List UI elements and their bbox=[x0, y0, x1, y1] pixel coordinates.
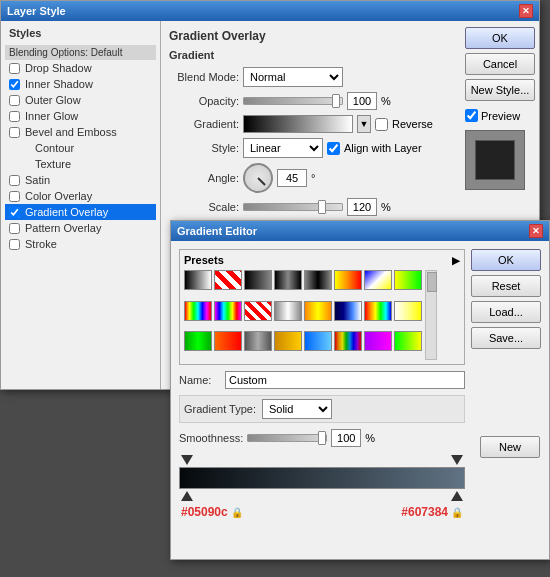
name-label: Name: bbox=[179, 374, 219, 386]
style-select[interactable]: Linear bbox=[243, 138, 323, 158]
texture-label: Texture bbox=[35, 158, 71, 170]
color-label-left: #05090c 🔒 bbox=[181, 505, 243, 519]
preset-19[interactable] bbox=[244, 331, 272, 351]
close-button[interactable]: ✕ bbox=[519, 4, 533, 18]
preset-18[interactable] bbox=[214, 331, 242, 351]
sidebar-item-drop-shadow[interactable]: Drop Shadow bbox=[5, 60, 156, 76]
ge-save-button[interactable]: Save... bbox=[471, 327, 541, 349]
color-stop-right[interactable] bbox=[451, 491, 463, 501]
preset-8[interactable] bbox=[394, 270, 422, 290]
preset-23[interactable] bbox=[364, 331, 392, 351]
angle-label: Angle: bbox=[169, 172, 239, 184]
gradient-editor-close[interactable]: ✕ bbox=[529, 224, 543, 238]
presets-scrollbar[interactable] bbox=[425, 270, 437, 360]
ge-new-button[interactable]: New bbox=[480, 436, 540, 458]
sidebar-item-outer-glow[interactable]: Outer Glow bbox=[5, 92, 156, 108]
angle-dial[interactable] bbox=[243, 163, 273, 193]
sidebar-item-blending-options[interactable]: Blending Options: Default bbox=[5, 45, 156, 60]
reverse-checkbox[interactable] bbox=[375, 118, 388, 131]
sidebar-item-contour[interactable]: Contour bbox=[5, 140, 156, 156]
preset-7[interactable] bbox=[364, 270, 392, 290]
bevel-emboss-label: Bevel and Emboss bbox=[25, 126, 117, 138]
opacity-slider[interactable] bbox=[243, 97, 343, 105]
satin-checkbox[interactable] bbox=[9, 175, 20, 186]
inner-glow-checkbox[interactable] bbox=[9, 111, 20, 122]
sidebar-item-bevel-emboss[interactable]: Bevel and Emboss bbox=[5, 124, 156, 140]
preset-21[interactable] bbox=[304, 331, 332, 351]
preset-4[interactable] bbox=[274, 270, 302, 290]
presets-arrow-icon[interactable]: ▶ bbox=[452, 255, 460, 266]
gradient-overlay-checkbox[interactable] bbox=[9, 207, 20, 218]
stroke-checkbox[interactable] bbox=[9, 239, 20, 250]
preset-11[interactable] bbox=[244, 301, 272, 321]
sidebar-item-inner-shadow[interactable]: Inner Shadow bbox=[5, 76, 156, 92]
name-input[interactable] bbox=[225, 371, 465, 389]
new-button-area: New bbox=[480, 436, 540, 458]
inner-shadow-checkbox[interactable] bbox=[9, 79, 20, 90]
gradient-dropdown-btn[interactable]: ▼ bbox=[357, 115, 371, 133]
panel-title: Gradient Overlay bbox=[169, 29, 451, 43]
smoothness-slider[interactable] bbox=[247, 434, 327, 442]
preset-12[interactable] bbox=[274, 301, 302, 321]
stroke-label: Stroke bbox=[25, 238, 57, 250]
scale-unit: % bbox=[381, 201, 391, 213]
right-color-value: #607384 bbox=[401, 505, 448, 519]
sidebar-item-inner-glow[interactable]: Inner Glow bbox=[5, 108, 156, 124]
angle-value[interactable] bbox=[277, 169, 307, 187]
preset-13[interactable] bbox=[304, 301, 332, 321]
preset-16[interactable] bbox=[394, 301, 422, 321]
preset-14[interactable] bbox=[334, 301, 362, 321]
sidebar-item-texture[interactable]: Texture bbox=[5, 156, 156, 172]
scale-slider[interactable] bbox=[243, 203, 343, 211]
gradient-bar[interactable] bbox=[179, 467, 465, 489]
sidebar-item-gradient-overlay[interactable]: Gradient Overlay bbox=[5, 204, 156, 220]
opacity-label: Opacity: bbox=[169, 95, 239, 107]
scale-value[interactable] bbox=[347, 198, 377, 216]
reverse-label: Reverse bbox=[392, 118, 433, 130]
cancel-button[interactable]: Cancel bbox=[465, 53, 535, 75]
color-stop-left[interactable] bbox=[181, 491, 193, 501]
blend-mode-select[interactable]: Normal bbox=[243, 67, 343, 87]
preview-checkbox[interactable] bbox=[465, 109, 478, 122]
preset-1[interactable] bbox=[184, 270, 212, 290]
gradient-editor-window: Gradient Editor ✕ Presets ▶ bbox=[170, 220, 550, 560]
gradient-editor-buttons: OK Reset Load... Save... bbox=[471, 249, 541, 551]
drop-shadow-checkbox[interactable] bbox=[9, 63, 20, 74]
preset-2[interactable] bbox=[214, 270, 242, 290]
preset-9[interactable] bbox=[184, 301, 212, 321]
pattern-overlay-checkbox[interactable] bbox=[9, 223, 20, 234]
opacity-stop-left[interactable] bbox=[181, 455, 193, 465]
scrollbar-thumb[interactable] bbox=[427, 272, 437, 292]
angle-row: Angle: ° bbox=[169, 163, 451, 193]
preset-5[interactable] bbox=[304, 270, 332, 290]
color-overlay-checkbox[interactable] bbox=[9, 191, 20, 202]
sidebar-item-satin[interactable]: Satin bbox=[5, 172, 156, 188]
ge-ok-button[interactable]: OK bbox=[471, 249, 541, 271]
presets-grid bbox=[184, 270, 422, 360]
preset-24[interactable] bbox=[394, 331, 422, 351]
sidebar-item-color-overlay[interactable]: Color Overlay bbox=[5, 188, 156, 204]
gradient-type-row: Gradient Type: Solid bbox=[179, 395, 465, 423]
align-with-layer-checkbox[interactable] bbox=[327, 142, 340, 155]
gradient-preview[interactable] bbox=[243, 115, 353, 133]
preset-17[interactable] bbox=[184, 331, 212, 351]
preset-6[interactable] bbox=[334, 270, 362, 290]
sidebar-item-pattern-overlay[interactable]: Pattern Overlay bbox=[5, 220, 156, 236]
ok-button[interactable]: OK bbox=[465, 27, 535, 49]
bevel-emboss-checkbox[interactable] bbox=[9, 127, 20, 138]
new-style-button[interactable]: New Style... bbox=[465, 79, 535, 101]
ge-reset-button[interactable]: Reset bbox=[471, 275, 541, 297]
opacity-value[interactable] bbox=[347, 92, 377, 110]
outer-glow-checkbox[interactable] bbox=[9, 95, 20, 106]
smoothness-value[interactable] bbox=[331, 429, 361, 447]
opacity-stop-right[interactable] bbox=[451, 455, 463, 465]
preset-22[interactable] bbox=[334, 331, 362, 351]
preset-20[interactable] bbox=[274, 331, 302, 351]
lock-icon-right: 🔒 bbox=[451, 507, 463, 518]
preset-10[interactable] bbox=[214, 301, 242, 321]
preset-15[interactable] bbox=[364, 301, 392, 321]
sidebar-item-stroke[interactable]: Stroke bbox=[5, 236, 156, 252]
gradient-type-select[interactable]: Solid bbox=[262, 399, 332, 419]
preset-3[interactable] bbox=[244, 270, 272, 290]
ge-load-button[interactable]: Load... bbox=[471, 301, 541, 323]
